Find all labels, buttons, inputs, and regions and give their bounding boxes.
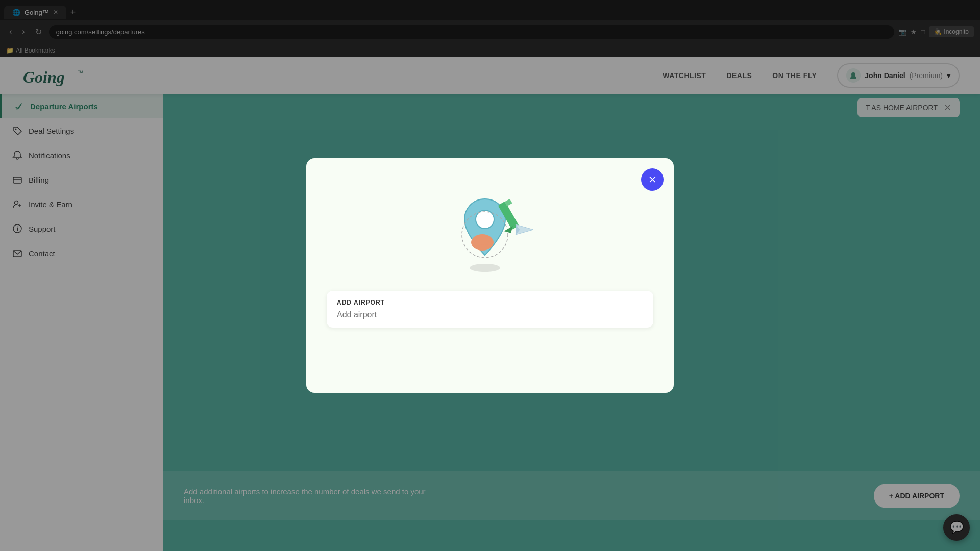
- svg-rect-22: [476, 237, 480, 246]
- airport-search-input[interactable]: [337, 310, 643, 319]
- close-icon: ✕: [648, 173, 657, 186]
- modal-overlay[interactable]: ✕: [0, 0, 980, 551]
- svg-rect-24: [484, 236, 488, 245]
- airport-input-section: ADD AIRPORT: [327, 291, 653, 328]
- airport-illustration: [444, 189, 546, 276]
- svg-point-14: [470, 264, 500, 272]
- svg-rect-21: [472, 239, 476, 246]
- svg-rect-23: [480, 236, 484, 245]
- input-label: ADD AIRPORT: [337, 299, 643, 306]
- modal-close-button[interactable]: ✕: [641, 168, 664, 191]
- add-airport-modal: ✕: [306, 158, 674, 393]
- modal-illustration: [444, 189, 536, 270]
